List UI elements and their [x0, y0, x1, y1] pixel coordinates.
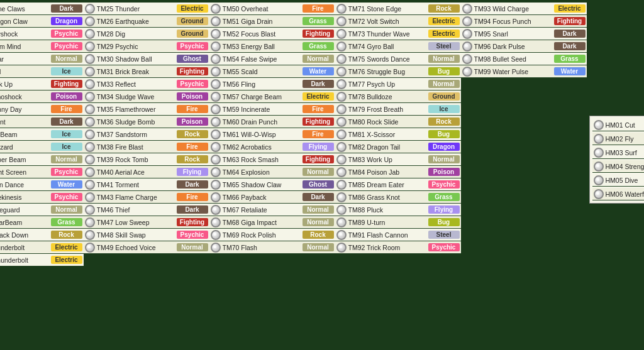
tm-icon	[85, 117, 95, 127]
tm-icon	[336, 243, 347, 253]
tm-type-badge: Normal	[303, 55, 334, 63]
tm-type-badge: Ice	[51, 67, 82, 75]
tm-icon	[85, 129, 95, 139]
tm-icon	[594, 148, 604, 158]
tm-row: TM77 Psych UpNormal	[335, 78, 461, 90]
tm-type-badge: Poison	[51, 92, 82, 101]
tm-name: TM03 Psyshock	[0, 30, 51, 38]
hm-name: HM03 Surf	[606, 149, 645, 156]
tm-type-badge: Rock	[177, 155, 208, 163]
tm-row: TM29 PsychicPsychic	[84, 40, 209, 53]
tm-name: TM14 Blizzard	[0, 143, 51, 151]
tm-icon	[85, 155, 95, 165]
tm-icon	[211, 192, 221, 202]
tm-row: TM40 Aerial AceFlying	[84, 166, 209, 178]
tm-name: TM24 Thunderbolt	[0, 244, 51, 251]
tm-row: TM55 ScaldWater	[209, 65, 335, 78]
tm-icon	[594, 134, 604, 144]
tm-row: TM75 Swords DanceNormal	[335, 53, 461, 65]
tm-icon	[211, 67, 221, 77]
tm-row: TM12 TauntDark	[0, 116, 84, 128]
tm-name: TM33 Reflect	[97, 80, 177, 88]
tm-icon	[211, 217, 221, 227]
tm-icon	[336, 230, 347, 240]
tm-row: TM89 U-turnBug	[335, 216, 461, 229]
tm-name: TM43 Flame Charge	[97, 194, 177, 201]
tm-name: TM24b Thunderbolt	[0, 256, 51, 264]
hm-name: HM01 Cut	[606, 121, 645, 129]
tm-type-badge: Grass	[303, 42, 334, 50]
hm-name: HM05 Dive	[606, 177, 645, 184]
tm-type-badge: Flying	[428, 205, 460, 214]
tm-row: TM03 PsyshockPsychic	[0, 28, 84, 40]
tm-type-badge: Fighting	[554, 17, 586, 25]
tm-row: TM24b ThunderboltElectric	[0, 254, 84, 266]
tm-row: TM53 Energy BallGrass	[209, 40, 335, 53]
tm-icon	[85, 142, 95, 152]
tm-name: TM89 U-turn	[348, 219, 428, 226]
tm-type-badge: Ghost	[177, 55, 208, 63]
tm-type-badge: Ice	[51, 143, 82, 151]
tm-name: TM95 Snarl	[474, 30, 554, 38]
tm-type-badge: Grass	[428, 193, 460, 201]
tm-type-badge: Normal	[303, 218, 334, 226]
tm-name: TM55 Scald	[223, 68, 303, 75]
tm-name: TM29 Psychic	[97, 43, 177, 50]
hm-name: HM02 Fly	[606, 135, 645, 143]
tm-name: TM31 Brick Break	[97, 68, 177, 75]
tm-type-badge: Ice	[428, 105, 460, 113]
tm-icon	[594, 120, 604, 130]
tm-name: TM94 Focus Punch	[474, 18, 554, 25]
tm-icon	[85, 29, 95, 39]
tm-name: TM30 Shadow Ball	[97, 55, 177, 63]
tm-name: TM80 Rock Slide	[348, 118, 428, 126]
tm-name: TM36 Sludge Bomb	[97, 118, 177, 126]
tm-row: TM47 Low SweepFighting	[84, 216, 209, 229]
tm-icon	[85, 41, 95, 52]
tm-icon	[85, 180, 95, 190]
tm-name: TM71 Stone Edge	[348, 5, 428, 13]
tm-name: TM81 X-Scissor	[348, 131, 428, 138]
tm-row: TM79 Frost BreathIce	[335, 103, 461, 116]
tm-row: TM04 Calm MindPsychic	[0, 40, 84, 53]
tm-row: TM72 Volt SwitchElectric	[335, 15, 461, 28]
tm-icon	[211, 16, 221, 26]
tm-name: TM63 Rock Smash	[223, 156, 303, 163]
tm-icon	[211, 155, 221, 165]
tm-name: TM16 Light Screen	[0, 168, 51, 176]
tm-name: TM64 Explosion	[223, 168, 303, 176]
tm-type-badge: Dark	[554, 30, 586, 38]
tm-icon	[336, 104, 347, 114]
tm-icon	[85, 192, 95, 202]
columns-area: TM01 Hone ClawsDarkTM02 Dragon ClawDrago…	[0, 3, 587, 266]
tm-name: TM11 Sunny Day	[0, 106, 51, 113]
tm-name: TM54 False Swipe	[223, 55, 303, 63]
tm-type-badge: Rock	[177, 130, 208, 138]
tm-icon	[462, 16, 472, 26]
tm-icon	[336, 79, 347, 89]
tm-type-badge: Fire	[51, 105, 82, 113]
tm-row: TM73 Thunder WaveElectric	[335, 28, 461, 40]
tm-icon	[85, 205, 95, 215]
main-container: TM01 Hone ClawsDarkTM02 Dragon ClawDrago…	[0, 3, 644, 266]
tm-name: TM22 SolarBeam	[0, 219, 51, 226]
tm-column-1: TM25 ThunderElectricTM26 EarthquakeGroun…	[84, 3, 209, 266]
tm-type-badge: Electric	[51, 243, 82, 251]
tm-name: TM52 Focus Blast	[223, 30, 303, 38]
tm-type-badge: Water	[303, 67, 334, 75]
tm-type-badge: Rock	[428, 4, 460, 13]
tm-row: TM61 Will-O-WispFire	[209, 128, 335, 141]
tm-name: TM18 Rain Dance	[0, 181, 51, 189]
tm-name: TM25 Thunder	[97, 5, 177, 13]
tm-row: TM05 RoarNormal	[0, 53, 84, 65]
tm-icon	[211, 104, 221, 114]
tm-name: TM40 Aerial Ace	[97, 168, 177, 176]
tm-type-badge: Rock	[303, 231, 334, 239]
tm-name: TM09 Venoshock	[0, 93, 51, 101]
tm-type-badge: Normal	[51, 155, 82, 163]
tm-type-badge: Rock	[51, 231, 82, 239]
tm-icon	[336, 217, 347, 227]
tm-row: TM36 Sludge BombPoison	[84, 116, 209, 128]
tm-type-badge: Fire	[303, 105, 334, 113]
tm-type-badge: Normal	[428, 155, 460, 163]
